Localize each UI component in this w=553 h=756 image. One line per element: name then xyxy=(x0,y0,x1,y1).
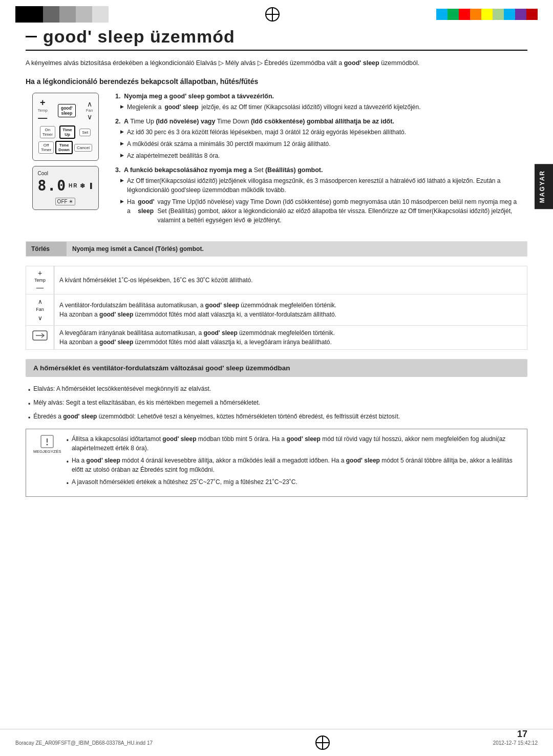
gray-mark-2 xyxy=(59,6,76,23)
bullet-3-text: Ébredés a good' sleep üzemmódból: Lehető… xyxy=(33,412,400,423)
note-1-text: Állítsa a kikapcsolási időtartamot good'… xyxy=(72,434,520,453)
hr-label: HR xyxy=(69,183,78,188)
page-content: good' sleep üzemmód A kényelmes alvás bi… xyxy=(0,27,553,497)
gray-mark-3 xyxy=(76,6,92,23)
note-dot-3: • xyxy=(67,479,69,488)
set-group: Set xyxy=(79,129,91,136)
step-3-title: 3. A funkció bekapcsolásához nyomja meg … xyxy=(115,166,527,174)
good-sleep-label[interactable]: good'sleep xyxy=(58,104,76,117)
bullet-2-text: Mély alvás: Segít a test ellazításában, … xyxy=(33,398,260,409)
display-cool-text: Cool xyxy=(38,171,93,176)
bullet-3: • Ébredés a good' sleep üzemmódból: Lehe… xyxy=(28,412,527,423)
remote-row-1: + Temp — good'sleep ∧ Fan ∨ xyxy=(38,97,93,123)
fan-description: A ventilátor-fordulatszám beállítása aut… xyxy=(54,295,527,326)
on-timer-group: OnTimer xyxy=(40,126,55,138)
cyan-bar-2 xyxy=(504,9,515,20)
note-box: MEGJEGYZÉS • Állítsa a kikapcsolási időt… xyxy=(26,429,527,497)
torles-header: Törlés Nyomja meg ismét a Cancel (Törlés… xyxy=(26,242,527,257)
set-btn[interactable]: Set xyxy=(79,129,91,136)
temp-icon-cell: + Temp — xyxy=(26,266,54,295)
bullet-dot-3: • xyxy=(28,413,30,423)
gray-mark-4 xyxy=(92,6,109,23)
remote-row-2: OnTimer TimeUp Set xyxy=(38,125,93,139)
snowflake-icon: ❄ xyxy=(80,182,86,190)
time-up-btn[interactable]: TimeUp xyxy=(59,125,75,139)
temp-controls: + Temp — xyxy=(38,97,48,123)
minus-icon: — xyxy=(38,113,48,123)
note-content: • Állítsa a kikapcsolási időtartamot goo… xyxy=(67,434,520,491)
note-label: MEGJEGYZÉS xyxy=(33,449,61,455)
signal-icon: ▐ xyxy=(88,183,93,188)
fan-label: Fan xyxy=(86,108,93,113)
instructions-panel: 1. Nyomja meg a good' sleep gombot a táv… xyxy=(115,93,527,231)
step-2-bullet-3: Az alapértelmezett beállítás 8 óra. xyxy=(115,151,527,160)
main-content-row: + Temp — good'sleep ∧ Fan ∨ OnTi xyxy=(26,93,527,231)
footer-registration-mark xyxy=(313,733,332,752)
bottom-highlight-box: A hőmérséklet és ventilátor-fordulatszám… xyxy=(26,359,527,377)
digit-display: 8.0 xyxy=(37,177,67,194)
center-registration-mark xyxy=(263,5,282,24)
darkred-bar xyxy=(526,9,538,20)
remote-display: Cool 8.0 HR ❄ ▐ OFF ☀ xyxy=(32,166,99,210)
temp-icon: + Temp — xyxy=(31,269,49,291)
time-down-group: TimeDown xyxy=(55,141,73,154)
footer-datetime: 2012-12-7 15:42:12 xyxy=(493,740,538,746)
temp-description: A kívánt hőmérséklet 1˚C-os lépésekben, … xyxy=(54,266,527,295)
top-printer-marks xyxy=(0,0,553,27)
torles-table: Törlés Nyomja meg ismét a Cancel (Törlés… xyxy=(26,241,527,257)
torles-label: Törlés xyxy=(26,242,67,257)
bullet-1-text: Elalvás: A hőmérséklet lecsökkentésével … xyxy=(33,384,211,395)
lightgreen-bar xyxy=(493,9,504,20)
off-timer-btn[interactable]: OffTimer xyxy=(38,141,54,154)
bullet-dot-1: • xyxy=(28,386,30,395)
time-up-group: TimeUp xyxy=(59,125,75,139)
yellow-bar xyxy=(481,9,493,20)
torles-text: Nyomja meg ismét a Cancel (Törlés) gombo… xyxy=(67,242,527,257)
cancel-btn[interactable]: Cancel xyxy=(74,144,92,152)
bullet-list: • Elalvás: A hőmérséklet lecsökkentéséve… xyxy=(26,384,527,423)
orange-bar xyxy=(470,9,481,20)
step-3: 3. A funkció bekapcsolásához nyomja meg … xyxy=(115,166,527,225)
fan-down-icon: ∨ xyxy=(86,113,93,121)
time-down-btn[interactable]: TimeDown xyxy=(55,141,73,154)
plus-icon: + xyxy=(38,97,48,108)
footer: Boracay ZE_AR09FSFT@_IBIM_DB68-03378A_HU… xyxy=(0,729,553,756)
feature-row-fan: ∧ Fan ∨ A ventilátor-fordulatszám beállí… xyxy=(26,295,527,326)
step-1: 1. Nyomja meg a good' sleep gombot a táv… xyxy=(115,93,527,112)
note-svg-icon xyxy=(40,434,54,449)
color-bars xyxy=(436,9,538,20)
step-1-bullet-1: Megjelenik a good' sleep jelzője, és az … xyxy=(115,102,527,112)
green-bar xyxy=(448,9,459,20)
note-icon: MEGJEGYZÉS xyxy=(33,434,61,491)
airflow-svg xyxy=(32,329,48,342)
feature-table: + Temp — A kívánt hőmérséklet 1˚C-os lép… xyxy=(26,266,527,350)
fan-controls: ∧ Fan ∨ xyxy=(86,100,93,121)
cancel-group: Cancel xyxy=(74,144,92,152)
purple-bar xyxy=(515,9,526,20)
on-timer-btn[interactable]: OnTimer xyxy=(40,126,55,138)
black-mark xyxy=(15,6,43,23)
step-2-title: 2. A Time Up (Idő növelése) vagy Time Do… xyxy=(115,118,527,125)
note-item-2: • Ha a good' sleep módot 4 óránál kevese… xyxy=(67,456,520,474)
note-dot-2: • xyxy=(67,457,69,474)
footer-file-info: Boracay ZE_AR09FSFT@_IBIM_DB68-03378A_HU… xyxy=(15,740,153,746)
note-3-text: A javasolt hőmérsékleti értékek a hűtésh… xyxy=(72,477,297,488)
chevron-up-icon: ∧ xyxy=(38,297,42,306)
svg-point-4 xyxy=(47,444,48,445)
plus-sign: + xyxy=(38,269,42,278)
bullet-2: • Mély alvás: Segít a test ellazításában… xyxy=(28,398,527,409)
feature-row-temp: + Temp — A kívánt hőmérséklet 1˚C-os lép… xyxy=(26,266,527,295)
fan-up-icon: ∧ xyxy=(86,100,93,108)
intro-text: A kényelmes alvás biztosítása érdekében … xyxy=(26,58,527,68)
gray-marks xyxy=(43,6,109,23)
note-item-1: • Állítsa a kikapcsolási időtartamot goo… xyxy=(67,434,520,453)
feature-row-air: A levegőáram irányának beállítása automa… xyxy=(26,325,527,349)
step-2: 2. A Time Up (Idő növelése) vagy Time Do… xyxy=(115,118,527,160)
cyan-bar xyxy=(436,9,448,20)
temp-text-icon: Temp xyxy=(34,278,46,283)
airflow-icon xyxy=(31,329,49,346)
remote-diagram: + Temp — good'sleep ∧ Fan ∨ OnTi xyxy=(26,93,105,231)
step-3-bullet-2: Ha a good' sleep vagy Time Up(Idő növelé… xyxy=(115,197,527,225)
off-display: OFF ☀ xyxy=(55,198,76,205)
fan-icon: ∧ Fan ∨ xyxy=(31,297,49,323)
